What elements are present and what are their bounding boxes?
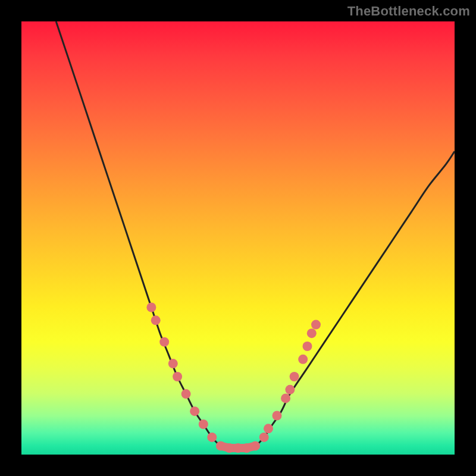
plot-area: [21, 21, 455, 455]
scatter-dot: [190, 406, 199, 416]
scatter-dot: [259, 433, 269, 442]
scatter-dot: [264, 424, 273, 433]
scatter-dot: [273, 411, 282, 421]
scatter-dot: [181, 389, 191, 399]
scatter-dot: [281, 393, 290, 403]
scatter-dot: [290, 372, 299, 381]
scatter-dot: [298, 355, 308, 364]
scatter-dot: [303, 342, 312, 351]
scatter-dot: [159, 337, 169, 347]
scatter-dot: [285, 385, 295, 394]
scatter-dot: [173, 372, 182, 381]
scatter-dot: [307, 328, 317, 338]
scatter-dot: [242, 443, 252, 453]
curve-layer: [21, 21, 455, 455]
scatter-dot: [151, 315, 161, 325]
scatter-dot: [216, 441, 226, 450]
scatter-dot: [250, 441, 260, 450]
scatter-dots: [146, 303, 321, 453]
scatter-dot: [311, 320, 321, 330]
bottleneck-curve: [56, 21, 455, 448]
scatter-dot: [146, 303, 156, 312]
chart-frame: TheBottleneck.com: [0, 0, 476, 476]
scatter-dot: [207, 433, 217, 442]
watermark-text: TheBottleneck.com: [347, 4, 470, 19]
scatter-dot: [224, 443, 234, 453]
scatter-dot: [199, 419, 208, 429]
scatter-dot: [233, 443, 243, 453]
bottleneck-curve-path: [56, 21, 455, 448]
scatter-dot: [168, 359, 178, 368]
